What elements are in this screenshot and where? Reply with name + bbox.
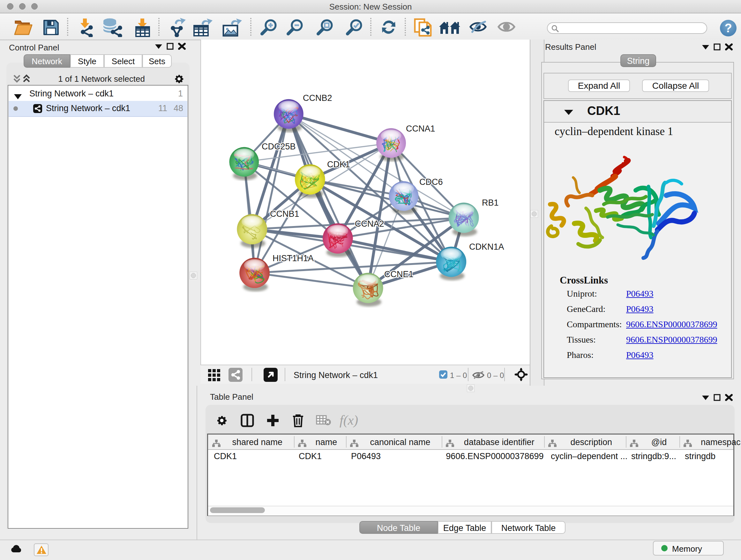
svg-text:CDC25B: CDC25B (262, 142, 296, 151)
svg-text:CDK1: CDK1 (327, 160, 350, 169)
svg-text:CDC6: CDC6 (419, 177, 443, 187)
svg-text:RB1: RB1 (482, 198, 499, 207)
svg-text:CCNA1: CCNA1 (406, 124, 435, 133)
svg-text:CDKN1A: CDKN1A (469, 242, 504, 252)
svg-text:CCNB2: CCNB2 (303, 93, 332, 103)
svg-text:HIST1H1A: HIST1H1A (273, 253, 314, 263)
svg-text:CCNA2: CCNA2 (355, 219, 384, 229)
svg-text:CCNB1: CCNB1 (270, 209, 299, 219)
svg-text:CCNE1: CCNE1 (384, 269, 414, 279)
